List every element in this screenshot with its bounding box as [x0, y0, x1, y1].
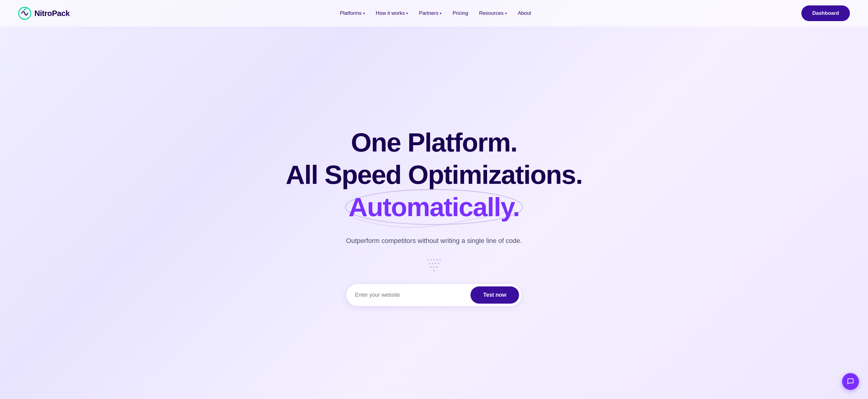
- hero-section: One Platform. All Speed Optimizations. A…: [0, 27, 868, 399]
- chevron-down-icon: ▾: [440, 11, 441, 16]
- nav-item-resources[interactable]: Resources ▾: [479, 10, 507, 16]
- svg-point-14: [433, 266, 435, 268]
- hero-title-line1: One Platform.: [351, 128, 517, 157]
- svg-point-16: [433, 270, 435, 271]
- svg-point-8: [439, 259, 441, 260]
- svg-point-6: [433, 259, 435, 260]
- svg-point-1: [24, 9, 26, 10]
- nav-link-platforms[interactable]: Platforms ▾: [340, 10, 365, 16]
- nav-link-partners[interactable]: Partners ▾: [419, 10, 441, 16]
- logo-text: NitroPack: [34, 9, 70, 18]
- hero-title-line2: All Speed Optimizations.: [286, 160, 582, 190]
- nav-link-how-it-works[interactable]: How it works ▾: [376, 10, 408, 16]
- nav-item-pricing[interactable]: Pricing: [453, 10, 468, 16]
- nav-links: Platforms ▾ How it works ▾ Partners ▾ Pr…: [340, 10, 531, 16]
- svg-point-11: [435, 263, 436, 264]
- svg-point-7: [436, 259, 438, 260]
- dot-chevron-decoration: [425, 257, 443, 273]
- dashboard-button[interactable]: Dashboard: [801, 5, 850, 21]
- svg-point-12: [438, 263, 439, 264]
- nav-link-about[interactable]: About: [518, 10, 531, 16]
- nav-item-how-it-works[interactable]: How it works ▾: [376, 10, 408, 16]
- logo-link[interactable]: NitroPack: [18, 7, 70, 20]
- test-now-button[interactable]: Test now: [470, 286, 519, 304]
- hero-title-auto: Automatically.: [349, 193, 520, 222]
- navbar: NitroPack Platforms ▾ How it works ▾ Par…: [0, 0, 868, 27]
- svg-point-9: [429, 263, 430, 264]
- website-input[interactable]: [355, 292, 470, 298]
- logo-icon: [18, 7, 31, 20]
- chat-icon: [847, 378, 854, 385]
- chevron-down-icon: ▾: [363, 11, 365, 16]
- chevron-down-icon: ▾: [505, 11, 507, 16]
- nav-item-about[interactable]: About: [518, 10, 531, 16]
- chevron-dots-icon: [425, 257, 443, 272]
- hero-subtitle: Outperform competitors without writing a…: [346, 237, 522, 245]
- svg-point-4: [427, 259, 429, 260]
- chat-button[interactable]: [842, 373, 859, 390]
- hero-auto-wrapper: Automatically.: [349, 193, 520, 222]
- svg-point-5: [430, 259, 432, 260]
- search-bar: Test now: [346, 284, 522, 306]
- nav-link-resources[interactable]: Resources ▾: [479, 10, 507, 16]
- nav-item-platforms[interactable]: Platforms ▾: [340, 10, 365, 16]
- nav-link-pricing[interactable]: Pricing: [453, 10, 468, 16]
- svg-point-13: [430, 266, 432, 268]
- svg-point-15: [436, 266, 438, 268]
- svg-point-10: [432, 263, 433, 264]
- chevron-down-icon: ▾: [406, 11, 408, 16]
- nav-item-partners[interactable]: Partners ▾: [419, 10, 441, 16]
